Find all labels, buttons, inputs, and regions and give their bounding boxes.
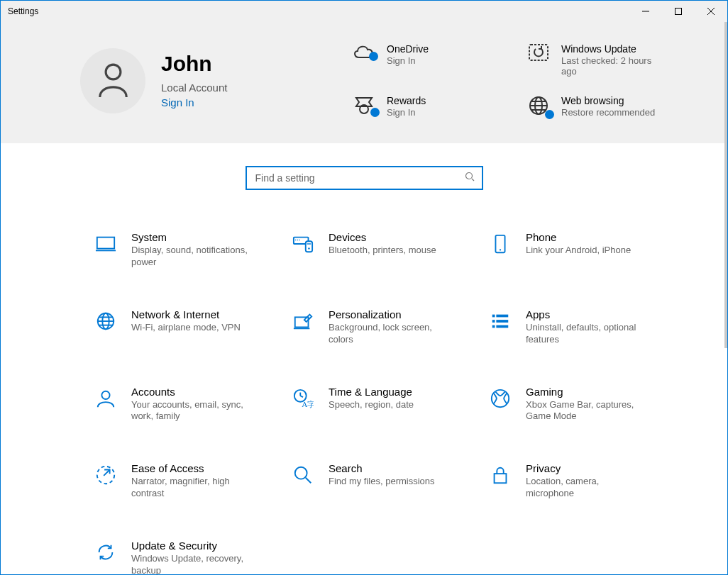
status-title: Rewards — [387, 95, 426, 106]
scrollbar[interactable] — [724, 22, 727, 348]
globe-icon — [524, 95, 553, 116]
status-title: Web browsing — [561, 95, 655, 106]
close-button[interactable] — [695, 1, 727, 22]
svg-point-43 — [492, 389, 509, 406]
gaming-icon — [487, 386, 513, 411]
category-subtitle: Narrator, magnifier, high contrast — [131, 476, 252, 500]
category-system[interactable]: System Display, sound, notifications, po… — [93, 231, 276, 269]
status-onedrive[interactable]: OneDrive Sign In — [350, 43, 510, 77]
svg-line-47 — [306, 478, 311, 484]
status-title: Windows Update — [561, 43, 668, 55]
user-block[interactable]: John Local Account Sign In — [80, 43, 350, 118]
window-title: Settings — [1, 6, 38, 16]
svg-rect-33 — [496, 314, 508, 317]
svg-rect-37 — [496, 325, 508, 328]
category-title: Time & Language — [329, 386, 414, 398]
status-subtitle: Sign In — [387, 55, 429, 66]
category-personalization[interactable]: Personalization Background, lock screen,… — [290, 308, 473, 346]
svg-point-19 — [299, 240, 301, 241]
category-apps[interactable]: Apps Uninstall, defaults, optional featu… — [487, 308, 671, 346]
category-title: Apps — [526, 308, 646, 320]
svg-rect-14 — [97, 238, 114, 249]
time-language-icon: A字 — [290, 386, 316, 411]
category-title: Ease of Access — [131, 462, 252, 474]
category-title: Network & Internet — [131, 308, 241, 320]
maximize-button[interactable] — [662, 1, 695, 22]
svg-rect-32 — [492, 314, 495, 317]
svg-line-41 — [300, 396, 303, 397]
update-icon — [524, 43, 553, 62]
svg-rect-48 — [495, 474, 507, 483]
category-subtitle: Display, sound, notifications, power — [131, 245, 252, 269]
category-subtitle: Wi-Fi, airplane mode, VPN — [131, 322, 241, 334]
category-phone[interactable]: Phone Link your Android, iPhone — [487, 231, 671, 269]
category-subtitle: Find my files, permissions — [329, 476, 435, 488]
category-gaming[interactable]: Gaming Xbox Game Bar, captures, Game Mod… — [487, 386, 671, 423]
category-title: Search — [329, 462, 435, 474]
user-name: John — [161, 53, 227, 74]
account-type: Local Account — [161, 82, 227, 94]
category-privacy[interactable]: Privacy Location, camera, microphone — [487, 462, 671, 500]
svg-rect-1 — [675, 9, 682, 15]
category-title: Gaming — [526, 386, 646, 398]
category-subtitle: Link your Android, iPhone — [526, 245, 631, 257]
category-title: Devices — [329, 231, 436, 243]
svg-point-38 — [101, 391, 109, 398]
category-subtitle: Windows Update, recovery, backup — [131, 553, 252, 575]
category-devices[interactable]: Devices Bluetooth, printers, mouse — [290, 231, 473, 269]
category-ease-of-access[interactable]: Ease of Access Narrator, magnifier, high… — [93, 462, 276, 500]
window-controls — [629, 1, 727, 22]
svg-point-18 — [297, 240, 299, 241]
svg-rect-5 — [529, 45, 548, 60]
minimize-button[interactable] — [629, 1, 662, 22]
category-time-language[interactable]: A字 Time & Language Speech, region, date — [290, 386, 473, 423]
category-title: Phone — [526, 231, 631, 243]
status-subtitle: Restore recommended — [561, 107, 655, 118]
category-accounts[interactable]: Accounts Your accounts, email, sync, wor… — [93, 386, 276, 423]
category-subtitle: Background, lock screen, colors — [329, 322, 449, 346]
category-subtitle: Your accounts, email, sync, work, family — [131, 399, 252, 423]
search-wrap — [1, 166, 727, 190]
devices-icon — [290, 231, 316, 257]
apps-icon — [487, 308, 513, 334]
svg-text:A字: A字 — [302, 400, 314, 408]
category-subtitle: Location, camera, microphone — [526, 476, 646, 500]
person-icon — [97, 63, 129, 99]
sign-in-link[interactable]: Sign In — [161, 96, 227, 108]
svg-rect-36 — [492, 325, 495, 328]
status-web-browsing[interactable]: Web browsing Restore recommended — [524, 95, 685, 118]
header: John Local Account Sign In OneDrive Sign… — [1, 22, 727, 143]
category-title: Personalization — [329, 308, 449, 320]
search-box[interactable] — [246, 166, 483, 190]
search-input[interactable] — [254, 172, 465, 184]
search-icon — [290, 462, 316, 488]
svg-rect-35 — [496, 320, 508, 323]
titlebar: Settings — [1, 1, 727, 22]
category-subtitle: Bluetooth, printers, mouse — [329, 245, 436, 257]
svg-rect-20 — [306, 241, 312, 252]
svg-point-24 — [500, 249, 501, 250]
svg-line-13 — [472, 179, 474, 181]
svg-rect-34 — [492, 320, 495, 323]
globe-icon — [93, 308, 118, 334]
search-icon — [465, 172, 475, 184]
sync-icon — [93, 540, 118, 565]
lock-icon — [487, 462, 513, 488]
avatar — [80, 48, 145, 113]
status-title: OneDrive — [387, 43, 429, 55]
category-search[interactable]: Search Find my files, permissions — [290, 462, 473, 500]
status-rewards[interactable]: Rewards Sign In — [350, 95, 510, 118]
category-title: Privacy — [526, 462, 646, 474]
status-subtitle: Sign In — [387, 107, 426, 118]
category-title: Update & Security — [131, 540, 252, 552]
category-update-security[interactable]: Update & Security Windows Update, recove… — [93, 540, 276, 575]
svg-point-4 — [106, 65, 121, 79]
status-windows-update[interactable]: Windows Update Last checked: 2 hours ago — [524, 43, 685, 77]
phone-icon — [487, 231, 513, 257]
category-subtitle: Uninstall, defaults, optional features — [526, 322, 646, 346]
ribbon-icon — [350, 95, 378, 115]
accounts-icon — [93, 386, 118, 411]
category-subtitle: Xbox Game Bar, captures, Game Mode — [526, 399, 646, 423]
category-network[interactable]: Network & Internet Wi-Fi, airplane mode,… — [93, 308, 276, 346]
category-title: System — [131, 231, 252, 243]
